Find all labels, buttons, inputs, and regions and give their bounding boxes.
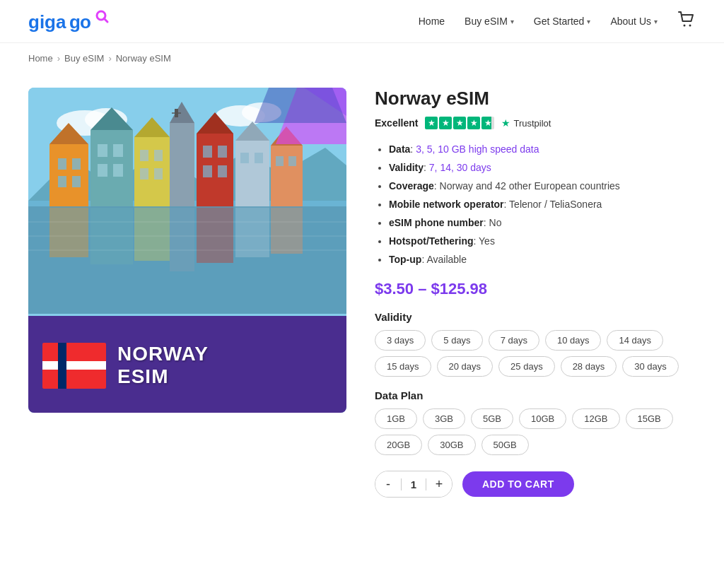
nav-buy-esim[interactable]: Buy eSIM ▾ — [465, 16, 514, 27]
svg-rect-24 — [98, 164, 107, 177]
star-4 — [467, 117, 480, 129]
product-details: Norway eSIM Excellent ★ Trustpilot Data:… — [375, 88, 693, 498]
quantity-control: - 1 + — [375, 471, 452, 498]
data-plan-option-btn[interactable]: 30GB — [428, 435, 475, 455]
svg-rect-48 — [276, 156, 284, 166]
validity-option-btn[interactable]: 3 days — [375, 330, 426, 351]
svg-rect-16 — [58, 158, 66, 170]
svg-rect-36 — [197, 134, 233, 208]
svg-rect-14 — [49, 144, 88, 208]
svg-text:o: o — [80, 11, 91, 33]
svg-rect-54 — [170, 208, 194, 271]
svg-line-4 — [104, 18, 107, 22]
svg-rect-56 — [235, 208, 269, 257]
data-plan-option-btn[interactable]: 10GB — [519, 408, 566, 429]
validity-option-btn[interactable]: 10 days — [545, 330, 602, 351]
svg-rect-49 — [288, 156, 296, 166]
data-plan-option-btn[interactable]: 20GB — [375, 435, 422, 455]
main-content: NORWAY ESIM Norway eSIM Excellent ★ Trus… — [0, 74, 721, 526]
logo-svg: giga g o — [28, 8, 113, 34]
logo[interactable]: giga g o — [28, 8, 113, 34]
validity-label: Validity — [375, 311, 693, 323]
svg-rect-45 — [255, 153, 263, 163]
chevron-down-icon: ▾ — [510, 18, 514, 25]
feature-coverage: Coverage: Norway and 42 other European c… — [389, 179, 693, 194]
svg-rect-17 — [72, 158, 81, 170]
trustpilot-brand: ★ Trustpilot — [501, 117, 551, 129]
cart-icon[interactable] — [677, 11, 696, 33]
svg-rect-31 — [154, 168, 163, 180]
feature-phone-number: eSIM phone number: No — [389, 216, 693, 230]
nav: Home Buy eSIM ▾ Get Started ▾ About Us ▾ — [419, 11, 696, 33]
banner-text: NORWAY ESIM — [117, 343, 209, 388]
validity-option-btn[interactable]: 7 days — [489, 330, 539, 351]
data-plan-options: 1GB3GB5GB10GB12GB15GB20GB30GB50GB — [375, 408, 693, 455]
data-plan-option-btn[interactable]: 15GB — [626, 408, 673, 429]
validity-option-btn[interactable]: 15 days — [375, 356, 431, 377]
validity-option-btn[interactable]: 28 days — [561, 356, 617, 377]
add-to-cart-button[interactable]: ADD TO CART — [462, 471, 574, 497]
breadcrumb-buy-esim[interactable]: Buy eSIM — [64, 53, 104, 64]
data-plan-option-btn[interactable]: 1GB — [375, 408, 417, 429]
validity-option-btn[interactable]: 25 days — [498, 356, 555, 377]
svg-rect-40 — [203, 165, 212, 177]
quantity-decrease-button[interactable]: - — [375, 471, 401, 497]
svg-text:g: g — [69, 11, 81, 33]
svg-rect-41 — [218, 165, 227, 177]
feature-validity: Validity: 7, 14, 30 days — [389, 160, 693, 175]
svg-rect-46 — [271, 146, 303, 208]
data-plan-option-btn[interactable]: 5GB — [471, 408, 513, 429]
feature-hotspot: Hotspot/Tethering: Yes — [389, 234, 693, 249]
product-image-container: NORWAY ESIM — [28, 88, 346, 498]
svg-rect-20 — [90, 130, 133, 208]
validity-option-btn[interactable]: 30 days — [622, 356, 679, 377]
svg-rect-53 — [134, 208, 170, 261]
validity-option-btn[interactable]: 20 days — [437, 356, 494, 377]
product-image: NORWAY ESIM — [28, 88, 346, 413]
validity-options: 3 days5 days7 days10 days14 days15 days2… — [375, 330, 693, 377]
star-3 — [453, 117, 466, 129]
product-scene-svg — [28, 88, 346, 314]
breadcrumb-home[interactable]: Home — [28, 53, 53, 64]
quantity-value: 1 — [401, 478, 426, 490]
svg-rect-57 — [271, 208, 303, 254]
quantity-increase-button[interactable]: + — [426, 471, 452, 497]
svg-rect-51 — [49, 208, 88, 257]
svg-rect-22 — [98, 144, 107, 157]
svg-rect-55 — [197, 208, 233, 263]
svg-rect-29 — [154, 150, 163, 161]
rating-label: Excellent — [375, 117, 418, 129]
svg-rect-18 — [58, 176, 66, 187]
svg-rect-25 — [113, 164, 123, 177]
price-range: $3.50 – $125.98 — [375, 280, 693, 298]
nav-home[interactable]: Home — [419, 16, 445, 27]
chevron-down-icon: ▾ — [587, 18, 590, 25]
svg-rect-39 — [218, 146, 227, 158]
nav-about-us[interactable]: About Us ▾ — [610, 16, 658, 27]
header: giga g o Home Buy eSIM ▾ Get Started ▾ A… — [0, 0, 724, 43]
svg-text:giga: giga — [28, 11, 66, 33]
star-5-half — [481, 117, 494, 129]
svg-rect-28 — [140, 150, 148, 161]
breadcrumb-current: Norway eSIM — [116, 53, 171, 64]
data-plan-option-btn[interactable]: 3GB — [423, 408, 465, 429]
cart-row: - 1 + ADD TO CART — [375, 471, 693, 498]
nav-get-started[interactable]: Get Started ▾ — [534, 16, 591, 27]
svg-rect-42 — [235, 141, 269, 208]
svg-point-5 — [684, 24, 686, 26]
star-2 — [439, 117, 452, 129]
data-plan-option-btn[interactable]: 12GB — [572, 408, 619, 429]
svg-rect-26 — [134, 137, 170, 208]
norway-flag — [42, 343, 106, 389]
chevron-down-icon: ▾ — [654, 18, 658, 25]
data-plan-label: Data Plan — [375, 389, 693, 401]
trustpilot-row: Excellent ★ Trustpilot — [375, 117, 693, 129]
svg-rect-19 — [72, 176, 81, 187]
star-rating — [425, 117, 494, 129]
validity-option-btn[interactable]: 5 days — [431, 330, 482, 351]
product-title: Norway eSIM — [375, 88, 693, 110]
validity-option-btn[interactable]: 14 days — [607, 330, 663, 351]
data-plan-option-btn[interactable]: 50GB — [481, 435, 529, 455]
svg-rect-23 — [113, 144, 123, 157]
svg-rect-44 — [240, 153, 249, 163]
